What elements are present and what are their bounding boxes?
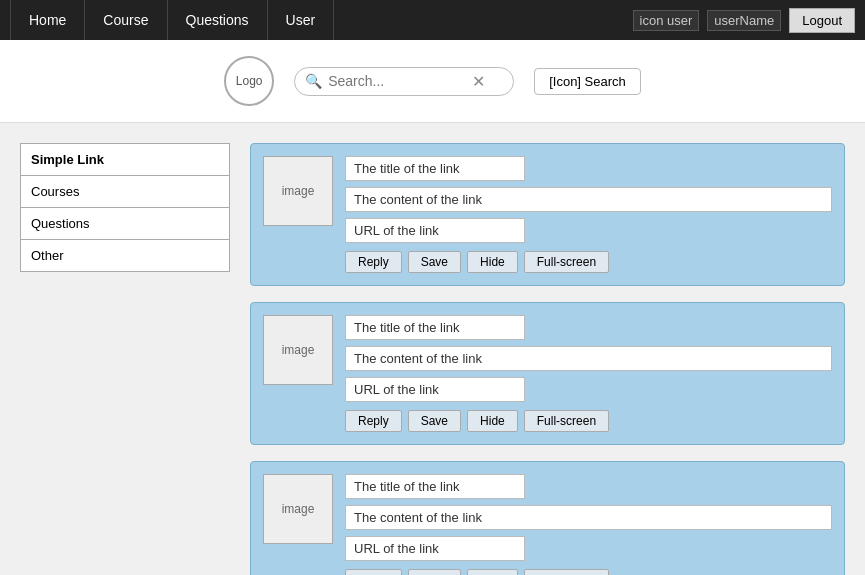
- sidebar-item-other[interactable]: Other: [20, 239, 230, 272]
- card-2-btn-save[interactable]: Save: [408, 569, 461, 575]
- card-1-btn-save[interactable]: Save: [408, 410, 461, 432]
- card-0-url: URL of the link: [345, 218, 525, 243]
- card-1-body: The title of the linkThe content of the …: [345, 315, 832, 432]
- card-0-content: The content of the link: [345, 187, 832, 212]
- card-2-content: The content of the link: [345, 505, 832, 530]
- logo: Logo: [224, 56, 274, 106]
- nav-right: icon user userName Logout: [633, 8, 855, 33]
- search-clear-icon[interactable]: ✕: [472, 72, 485, 91]
- card-0-btn-hide[interactable]: Hide: [467, 251, 518, 273]
- card-2-actions: ReplySaveHideFull-screen: [345, 569, 832, 575]
- card-1-image: image: [263, 315, 333, 385]
- card-0-actions: ReplySaveHideFull-screen: [345, 251, 832, 273]
- card-1-btn-hide[interactable]: Hide: [467, 410, 518, 432]
- card-2-image: image: [263, 474, 333, 544]
- nav-item-home[interactable]: Home: [10, 0, 85, 40]
- nav-item-questions[interactable]: Questions: [168, 0, 268, 40]
- card-1-title: The title of the link: [345, 315, 525, 340]
- search-button[interactable]: [Icon] Search: [534, 68, 641, 95]
- card-2-btn-hide[interactable]: Hide: [467, 569, 518, 575]
- logo-label: Logo: [236, 74, 263, 88]
- card-0-title: The title of the link: [345, 156, 525, 181]
- card-1-content: The content of the link: [345, 346, 832, 371]
- nav-left: Home Course Questions User: [10, 0, 334, 40]
- card-2-btn-full-screen[interactable]: Full-screen: [524, 569, 609, 575]
- sidebar: Simple Link Courses Questions Other: [20, 143, 230, 271]
- content-area: imageThe title of the linkThe content of…: [250, 143, 845, 575]
- card-2-body: The title of the linkThe content of the …: [345, 474, 832, 575]
- card-2-title: The title of the link: [345, 474, 525, 499]
- search-input[interactable]: [328, 73, 468, 89]
- card-1: imageThe title of the linkThe content of…: [250, 302, 845, 445]
- nav-icon-user: icon user: [633, 10, 700, 31]
- nav-item-course[interactable]: Course: [85, 0, 167, 40]
- card-1-actions: ReplySaveHideFull-screen: [345, 410, 832, 432]
- sidebar-item-simple-link[interactable]: Simple Link: [20, 143, 230, 176]
- card-0-btn-full-screen[interactable]: Full-screen: [524, 251, 609, 273]
- logout-button[interactable]: Logout: [789, 8, 855, 33]
- card-2: imageThe title of the linkThe content of…: [250, 461, 845, 575]
- search-wrapper: 🔍 ✕: [294, 67, 514, 96]
- card-0-btn-reply[interactable]: Reply: [345, 251, 402, 273]
- card-0-body: The title of the linkThe content of the …: [345, 156, 832, 273]
- card-1-btn-reply[interactable]: Reply: [345, 410, 402, 432]
- card-0-image: image: [263, 156, 333, 226]
- nav-item-user[interactable]: User: [268, 0, 335, 40]
- sidebar-item-questions[interactable]: Questions: [20, 207, 230, 240]
- card-1-btn-full-screen[interactable]: Full-screen: [524, 410, 609, 432]
- main-layout: Simple Link Courses Questions Other imag…: [0, 123, 865, 575]
- card-2-btn-reply[interactable]: Reply: [345, 569, 402, 575]
- search-icon: 🔍: [305, 73, 322, 89]
- sidebar-item-courses[interactable]: Courses: [20, 175, 230, 208]
- card-0-btn-save[interactable]: Save: [408, 251, 461, 273]
- card-0: imageThe title of the linkThe content of…: [250, 143, 845, 286]
- header-bar: Logo 🔍 ✕ [Icon] Search: [0, 40, 865, 123]
- navbar: Home Course Questions User icon user use…: [0, 0, 865, 40]
- card-1-url: URL of the link: [345, 377, 525, 402]
- card-2-url: URL of the link: [345, 536, 525, 561]
- nav-username: userName: [707, 10, 781, 31]
